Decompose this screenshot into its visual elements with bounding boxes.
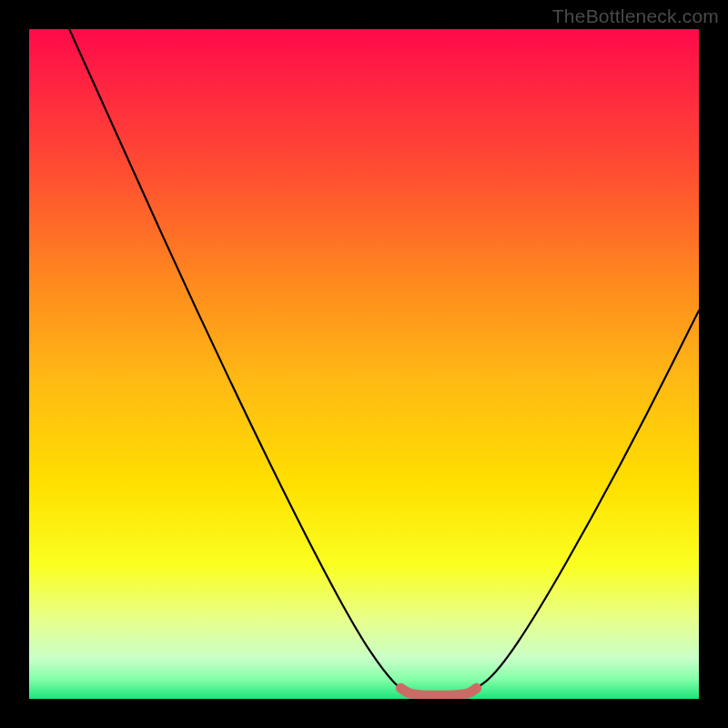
curve-layer	[29, 29, 699, 699]
chart-frame: TheBottleneck.com	[0, 0, 728, 728]
watermark-text: TheBottleneck.com	[552, 5, 719, 27]
floor-highlight	[400, 688, 476, 695]
bottleneck-curve	[69, 29, 699, 695]
plot-area	[29, 29, 699, 699]
